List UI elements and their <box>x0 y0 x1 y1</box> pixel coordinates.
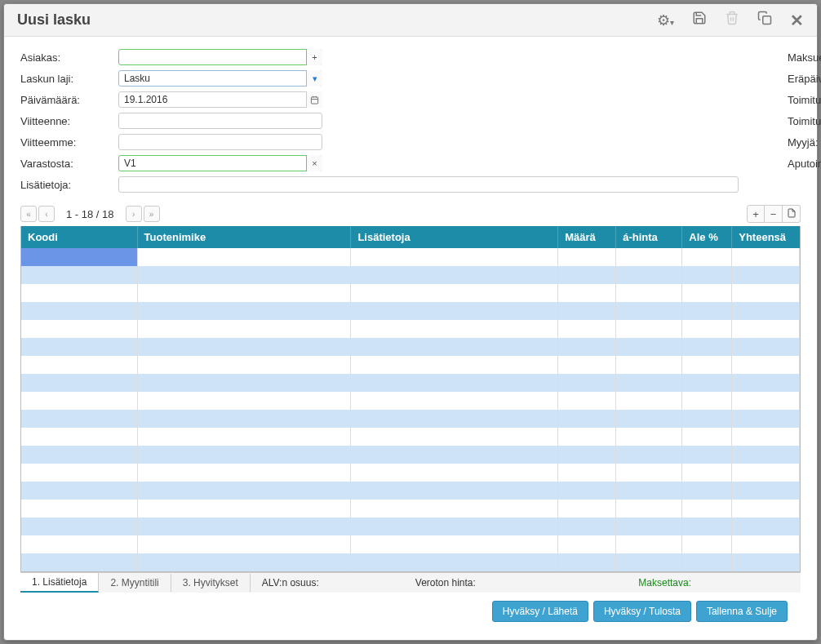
cell[interactable] <box>351 500 558 517</box>
viitemme-input[interactable] <box>118 134 322 150</box>
cell[interactable] <box>681 374 731 392</box>
cell[interactable] <box>557 482 615 500</box>
cell[interactable] <box>681 302 731 320</box>
cell[interactable] <box>21 392 137 410</box>
cell[interactable] <box>681 428 731 446</box>
cell[interactable] <box>681 446 731 464</box>
cell[interactable] <box>21 374 137 392</box>
cell[interactable] <box>615 356 681 374</box>
cell[interactable] <box>557 320 615 338</box>
cell[interactable] <box>137 356 351 374</box>
cell[interactable] <box>681 284 731 302</box>
table-row[interactable] <box>21 248 800 266</box>
cell[interactable] <box>615 500 681 517</box>
cell[interactable] <box>615 446 681 464</box>
copy-icon[interactable] <box>754 9 775 31</box>
cell[interactable] <box>615 482 681 500</box>
grid-remove-button[interactable]: − <box>765 205 783 223</box>
cell[interactable] <box>731 392 799 410</box>
cell[interactable] <box>137 535 351 553</box>
grid-last-button[interactable]: » <box>144 206 160 222</box>
cell[interactable] <box>731 320 799 338</box>
cell[interactable] <box>351 248 558 266</box>
grid-add-button[interactable]: + <box>747 205 765 223</box>
cell[interactable] <box>681 338 731 356</box>
cell[interactable] <box>615 248 681 266</box>
cell[interactable] <box>351 266 558 284</box>
grid-first-button[interactable]: « <box>20 206 37 222</box>
cell[interactable] <box>21 410 137 428</box>
cell[interactable] <box>731 338 799 356</box>
cell[interactable] <box>21 284 137 302</box>
cell[interactable] <box>351 553 558 571</box>
cell[interactable] <box>557 500 615 517</box>
varasto-input[interactable] <box>118 155 322 171</box>
cell[interactable] <box>21 320 137 338</box>
cell[interactable] <box>731 517 799 535</box>
cell[interactable] <box>681 392 731 410</box>
cell[interactable] <box>137 374 351 392</box>
cell[interactable] <box>557 356 615 374</box>
table-row[interactable] <box>21 535 800 553</box>
table-row[interactable] <box>21 356 800 374</box>
cell[interactable] <box>557 446 615 464</box>
laji-dropdown-icon[interactable]: ▾ <box>306 70 322 87</box>
cell[interactable] <box>351 517 558 535</box>
table-row[interactable] <box>21 410 800 428</box>
cell[interactable] <box>351 428 558 446</box>
cell[interactable] <box>351 410 558 428</box>
table-row[interactable] <box>21 482 800 500</box>
cell[interactable] <box>615 428 681 446</box>
cell[interactable] <box>557 374 615 392</box>
cell[interactable] <box>21 248 137 266</box>
table-row[interactable] <box>21 553 800 571</box>
close-icon[interactable]: ✕ <box>787 9 807 32</box>
cell[interactable] <box>21 535 137 553</box>
cell[interactable] <box>137 500 351 517</box>
cell[interactable] <box>681 248 731 266</box>
cell[interactable] <box>351 446 558 464</box>
cell[interactable] <box>557 517 615 535</box>
cell[interactable] <box>21 517 137 535</box>
table-row[interactable] <box>21 302 800 320</box>
table-row[interactable] <box>21 284 800 302</box>
cell[interactable] <box>681 464 731 482</box>
cell[interactable] <box>557 392 615 410</box>
header-koodi[interactable]: Koodi <box>21 226 137 248</box>
cell[interactable] <box>351 535 558 553</box>
cell[interactable] <box>615 535 681 553</box>
cell[interactable] <box>731 500 799 517</box>
cell[interactable] <box>731 284 799 302</box>
tab-myyntitili[interactable]: 2. Myyntitili <box>99 574 171 592</box>
pvm-calendar-icon[interactable] <box>306 91 322 108</box>
cell[interactable] <box>21 428 137 446</box>
cell[interactable] <box>731 374 799 392</box>
cell[interactable] <box>681 320 731 338</box>
cell[interactable] <box>351 338 558 356</box>
lisa-input[interactable] <box>118 176 739 193</box>
cell[interactable] <box>681 517 731 535</box>
cell[interactable] <box>137 392 351 410</box>
cell[interactable] <box>615 338 681 356</box>
header-lisa[interactable]: Lisätietoja <box>351 226 558 248</box>
tab-lisatietoja[interactable]: 1. Lisätietoja <box>20 573 99 593</box>
cell[interactable] <box>21 266 137 284</box>
header-maara[interactable]: Määrä <box>558 226 616 248</box>
table-row[interactable] <box>21 320 800 338</box>
cell[interactable] <box>731 410 799 428</box>
cell[interactable] <box>731 446 799 464</box>
cell[interactable] <box>137 464 351 482</box>
cell[interactable] <box>731 302 799 320</box>
cell[interactable] <box>681 266 731 284</box>
approve-send-button[interactable]: Hyväksy / Lähetä <box>492 601 588 622</box>
table-row[interactable] <box>21 428 800 446</box>
cell[interactable] <box>137 320 351 338</box>
header-hinta[interactable]: á-hinta <box>616 226 682 248</box>
table-row[interactable] <box>21 266 800 284</box>
cell[interactable] <box>615 374 681 392</box>
laji-select[interactable] <box>118 70 322 87</box>
tab-hyvitykset[interactable]: 3. Hyvitykset <box>171 574 251 592</box>
cell[interactable] <box>615 266 681 284</box>
cell[interactable] <box>681 410 731 428</box>
cell[interactable] <box>681 482 731 500</box>
